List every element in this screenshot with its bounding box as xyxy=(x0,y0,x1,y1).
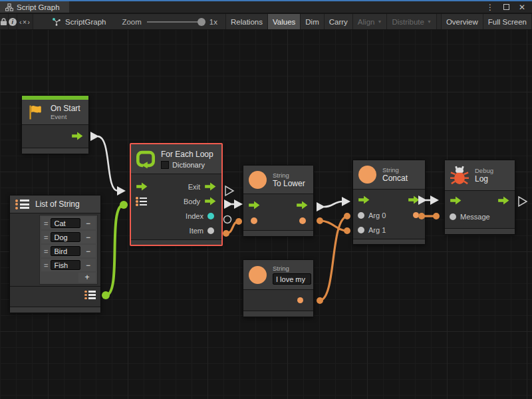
fullscreen-button[interactable]: Full Screen xyxy=(483,14,532,29)
graph-toolbar: i ‹×› ScriptGraph Zoom 1x Relations Valu… xyxy=(0,14,532,30)
titlebar: Script Graph ⋮ ✕ xyxy=(0,0,532,13)
list-item-row: = − xyxy=(41,231,96,243)
node-footer xyxy=(131,239,221,245)
list-input-port[interactable] xyxy=(136,198,147,206)
arg0-input-port[interactable] xyxy=(358,212,364,219)
edit-source-button[interactable]: ‹×› xyxy=(17,14,33,29)
list-inspector: = − = − = − = − + xyxy=(39,215,98,285)
graph-name-label: ScriptGraph xyxy=(65,18,106,26)
relations-toggle[interactable]: Relations xyxy=(226,14,268,29)
string-value-input[interactable] xyxy=(273,273,311,285)
list-output-port[interactable] xyxy=(84,291,96,299)
maximize-icon[interactable] xyxy=(503,4,509,10)
list-item-input[interactable] xyxy=(51,260,80,270)
align-dropdown[interactable]: Align ▼ xyxy=(353,14,388,29)
node-on-start[interactable]: On Start Event xyxy=(21,95,89,154)
string-output-port[interactable] xyxy=(299,217,306,224)
node-category: String xyxy=(273,265,311,272)
dictionary-checkbox[interactable] xyxy=(161,161,169,169)
chevron-down-icon: ▼ xyxy=(377,19,382,24)
message-input-port[interactable] xyxy=(450,213,456,220)
port-label-exit: Exit xyxy=(152,183,200,191)
flow-output-port[interactable] xyxy=(497,196,510,205)
inspect-button[interactable]: i xyxy=(9,14,17,29)
bug-icon xyxy=(450,166,469,186)
zoom-label: Zoom xyxy=(122,18,141,26)
info-icon: i xyxy=(9,18,17,26)
zoom-slider-handle[interactable] xyxy=(198,18,205,26)
string-output-port[interactable] xyxy=(297,297,303,303)
flow-input-port[interactable] xyxy=(450,196,462,205)
node-title: Log xyxy=(475,174,493,184)
node-footer xyxy=(353,239,425,244)
node-title: Concat xyxy=(382,174,408,183)
node-concat[interactable]: String Concat Arg 0 Arg 1 xyxy=(352,160,426,245)
item-output-port[interactable] xyxy=(207,227,214,234)
remove-item-button[interactable]: − xyxy=(83,233,93,242)
string-type-icon xyxy=(358,166,376,184)
string-type-icon xyxy=(249,266,267,284)
list-item-row: = − xyxy=(41,217,96,229)
node-title: On Start xyxy=(51,104,80,113)
close-icon[interactable]: ✕ xyxy=(519,3,525,12)
port-label-message: Message xyxy=(460,213,510,221)
exit-output-port[interactable] xyxy=(204,182,217,191)
list-item-row: = − xyxy=(41,259,96,271)
remove-item-button[interactable]: − xyxy=(83,261,93,270)
node-footer xyxy=(243,230,313,236)
port-label-item: Item xyxy=(136,227,203,235)
node-subtitle: Event xyxy=(51,113,80,120)
list-item-input[interactable] xyxy=(51,218,80,228)
zoom-value: 1x xyxy=(209,18,217,26)
distribute-dropdown[interactable]: Distribute ▼ xyxy=(387,14,437,29)
drag-handle[interactable]: = xyxy=(44,247,48,255)
remove-item-button[interactable]: − xyxy=(83,247,93,256)
node-footer xyxy=(243,311,313,317)
node-footer xyxy=(445,228,515,234)
graph-breadcrumb[interactable]: ScriptGraph xyxy=(45,14,112,29)
node-category: Debug xyxy=(475,167,493,174)
flow-input-port[interactable] xyxy=(248,201,261,209)
node-footer xyxy=(10,307,100,313)
list-item-input[interactable] xyxy=(51,232,80,242)
index-output-port[interactable] xyxy=(207,213,214,219)
flow-input-port[interactable] xyxy=(358,196,370,204)
lock-icon xyxy=(0,17,7,26)
flow-output-port[interactable] xyxy=(71,132,84,140)
port-label-index: Index xyxy=(136,212,203,220)
port-label-body: Body xyxy=(151,198,200,205)
node-title: For Each Loop xyxy=(161,150,213,159)
lock-button[interactable] xyxy=(0,14,9,29)
tab-script-graph[interactable]: Script Graph xyxy=(0,1,69,13)
flow-input-port[interactable] xyxy=(136,182,148,191)
node-list-of-string[interactable]: List of String = − = − = − = − + xyxy=(9,195,101,313)
list-item-input[interactable] xyxy=(51,246,80,256)
flow-output-port[interactable] xyxy=(296,201,309,209)
values-toggle[interactable]: Values xyxy=(268,14,301,29)
drag-handle[interactable]: = xyxy=(44,233,48,241)
add-item-button[interactable]: + xyxy=(78,273,96,283)
zoom-slider[interactable] xyxy=(147,21,204,23)
remove-item-button[interactable]: − xyxy=(83,219,93,228)
port-label-arg1: Arg 1 xyxy=(368,226,420,234)
code-icon: ‹×› xyxy=(19,18,31,26)
arg1-input-port[interactable] xyxy=(358,227,364,233)
overview-button[interactable]: Overview xyxy=(441,14,483,29)
node-category: String xyxy=(382,166,408,174)
string-output-port[interactable] xyxy=(413,212,419,218)
drag-handle[interactable]: = xyxy=(44,219,48,227)
drag-handle[interactable]: = xyxy=(44,261,48,269)
node-for-each-loop[interactable]: For Each Loop Dictionary Exit Body Index… xyxy=(130,143,223,246)
dim-toggle[interactable]: Dim xyxy=(301,14,324,29)
flow-output-port[interactable] xyxy=(408,196,420,204)
loop-icon xyxy=(136,150,155,168)
string-input-port[interactable] xyxy=(251,217,257,224)
node-title: To Lower xyxy=(273,179,305,188)
carry-toggle[interactable]: Carry xyxy=(325,14,353,29)
node-to-lower[interactable]: String To Lower xyxy=(243,165,314,237)
body-output-port[interactable] xyxy=(204,197,217,205)
node-debug-log[interactable]: Debug Log Message xyxy=(444,160,515,235)
script-graph-icon xyxy=(52,17,61,27)
node-string-literal[interactable]: String xyxy=(243,259,314,317)
window-menu-icon[interactable]: ⋮ xyxy=(486,3,494,12)
